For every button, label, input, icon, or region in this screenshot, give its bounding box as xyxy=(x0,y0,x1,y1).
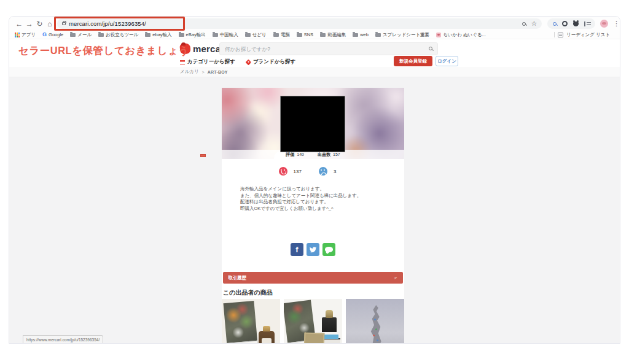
signup-button[interactable]: 新規会員登録 xyxy=(394,56,432,66)
extension-magnifier-icon[interactable] xyxy=(553,22,557,26)
seller-description: 海外輸入品をメインに扱っております。 また、個人的な趣味としてアート関連も稀に出… xyxy=(240,186,394,212)
facebook-share-button[interactable]: f xyxy=(291,243,303,256)
forward-icon[interactable]: → xyxy=(25,20,35,28)
reload-icon[interactable]: ↻ xyxy=(34,20,45,28)
back-icon[interactable]: ← xyxy=(14,20,25,28)
bookmarks-bar: アプリ GGoogle メール お役立ちツール ebay輸入 eBay輸出 中国… xyxy=(9,31,620,39)
bookmark-folder[interactable]: メール xyxy=(70,32,92,38)
bad-feedback-icon xyxy=(319,167,327,176)
line-bubble-icon xyxy=(325,247,333,252)
twitter-share-button[interactable] xyxy=(307,243,319,256)
annotation-dash xyxy=(200,154,206,157)
site-search-input[interactable] xyxy=(219,42,438,55)
browser-menu-icon[interactable]: ⋮ xyxy=(613,20,620,27)
browser-window: ← → ↻ ⌂ mercari.com/jp/u/152396354/ ☆ ⋮ xyxy=(9,16,620,344)
site-search-icon[interactable] xyxy=(429,47,432,50)
bookmark-star-icon[interactable]: ☆ xyxy=(531,20,537,27)
line-share-button[interactable] xyxy=(322,243,335,256)
google-icon: G xyxy=(42,32,47,37)
folder-icon xyxy=(213,33,218,37)
feedback-row: 137 3 xyxy=(222,159,404,184)
bookmark-folder[interactable]: 中国輸入 xyxy=(213,32,238,38)
bad-feedback-count: 3 xyxy=(334,169,336,174)
folder-icon xyxy=(273,33,279,37)
description-line: 海外輸入品をメインに扱っております。 xyxy=(240,186,394,193)
bookmark-folder[interactable]: せどり xyxy=(245,32,267,38)
folder-icon xyxy=(70,33,76,37)
extension-paw-icon[interactable] xyxy=(573,21,579,26)
extension-ring-icon[interactable] xyxy=(562,21,568,26)
bookmark-folder[interactable]: 動画編集 xyxy=(320,32,346,38)
good-feedback-count: 137 xyxy=(294,169,302,174)
folder-icon xyxy=(179,33,184,37)
folder-icon xyxy=(98,33,104,37)
seller-products-title: この出品者の商品 xyxy=(223,288,273,297)
reading-list-icon xyxy=(558,33,563,37)
bookmark-folder[interactable]: 電脳 xyxy=(273,32,290,38)
social-share-row: f xyxy=(222,243,404,256)
bookmark-apps[interactable]: アプリ xyxy=(15,32,36,38)
folder-icon xyxy=(375,33,381,37)
folder-icon xyxy=(320,33,326,37)
extensions-area xyxy=(547,18,595,29)
transaction-history-label: 取引履歴 xyxy=(228,275,246,281)
browser-profile-avatar[interactable] xyxy=(600,20,608,28)
bookmark-folder[interactable]: お役立ちツール xyxy=(98,32,138,38)
divider xyxy=(554,32,555,37)
rating-label: 評価 xyxy=(286,152,294,158)
product-image-perfume[interactable] xyxy=(222,299,280,344)
page-background: 評価 140 出品数 157 137 3 海 xyxy=(9,77,620,344)
good-feedback-icon xyxy=(279,167,287,176)
page-content: mercari カテゴリーから探す ブランドから探す 新規会員登録 ログイン xyxy=(9,40,620,344)
brand-search-link[interactable]: ブランドから探す xyxy=(246,58,295,66)
reading-list[interactable]: リーディング リスト xyxy=(554,32,620,38)
chiikawa-favicon xyxy=(436,33,441,37)
description-line: また、個人的な趣味としてアート関連も稀に出品します。 xyxy=(240,193,394,199)
annotation-note-text: セラーURLを保管しておきましょう xyxy=(18,44,189,58)
censored-avatar-box xyxy=(280,96,345,152)
profile-cover-image: 評価 140 出品数 157 xyxy=(222,88,404,159)
screenshot-root: ← → ↻ ⌂ mercari.com/jp/u/152396354/ ☆ ⋮ xyxy=(0,0,629,364)
description-line: 即購入OKですので宜しくお願い致します^_^ xyxy=(240,206,394,212)
category-icon xyxy=(180,60,185,64)
listings-label: 出品数 xyxy=(318,152,330,158)
url-highlight-annotation xyxy=(54,17,185,31)
bookmark-chiikawa[interactable]: ちいかわ ぬいぐる... xyxy=(436,32,486,38)
rating-value: 140 xyxy=(297,152,304,157)
seller-profile-card: 評価 140 出品数 157 137 3 海 xyxy=(222,88,404,344)
folder-icon xyxy=(145,33,150,37)
breadcrumb-home-link[interactable]: メルカリ xyxy=(180,69,199,75)
product-image-perfume-set[interactable] xyxy=(284,299,342,344)
home-icon[interactable]: ⌂ xyxy=(45,20,55,28)
apps-grid-icon xyxy=(15,33,20,37)
product-grid xyxy=(222,299,404,344)
twitter-bird-icon xyxy=(309,246,317,254)
listings-value: 157 xyxy=(333,152,340,157)
bookmark-folder[interactable]: ebay輸入 xyxy=(145,32,171,38)
chevron-right-icon: ＞ xyxy=(393,274,398,281)
login-button[interactable]: ログイン xyxy=(436,56,458,66)
bookmark-google[interactable]: GGoogle xyxy=(42,32,63,37)
folder-icon xyxy=(353,33,358,37)
product-image-statue[interactable] xyxy=(346,299,404,344)
bookmark-folder[interactable]: スプレッドシート重要 xyxy=(375,32,429,38)
extension-list-icon[interactable] xyxy=(584,21,590,26)
bookmark-folder[interactable]: web xyxy=(353,32,369,37)
folder-icon xyxy=(245,33,251,37)
category-search-link[interactable]: カテゴリーから探す xyxy=(180,58,235,66)
bookmark-folder[interactable]: eBay輸出 xyxy=(179,32,206,38)
status-bar-url: https://www.mercari.com/jp/u/152396354/ xyxy=(23,335,103,343)
bookmark-folder[interactable]: SNS xyxy=(297,32,313,37)
breadcrumb-separator: > xyxy=(202,70,205,74)
transaction-history-button[interactable]: 取引履歴 ＞ xyxy=(223,272,403,284)
search-icon[interactable] xyxy=(522,22,526,26)
description-line: 配送料は出品者負担で対応しております。 xyxy=(240,199,394,206)
breadcrumb: メルカリ > ART-BOY xyxy=(9,67,620,77)
folder-icon xyxy=(297,33,302,37)
brand-tag-icon xyxy=(245,59,251,65)
breadcrumb-current: ART-BOY xyxy=(208,70,228,74)
